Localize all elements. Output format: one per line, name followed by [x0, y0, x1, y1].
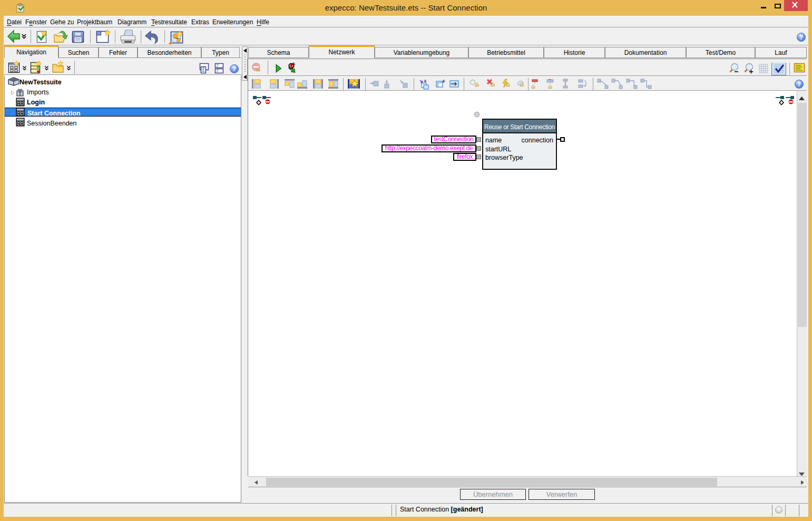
svg-text:?: ? [799, 34, 803, 41]
svg-text:?: ? [232, 65, 236, 73]
svg-text:?: ? [797, 81, 801, 88]
